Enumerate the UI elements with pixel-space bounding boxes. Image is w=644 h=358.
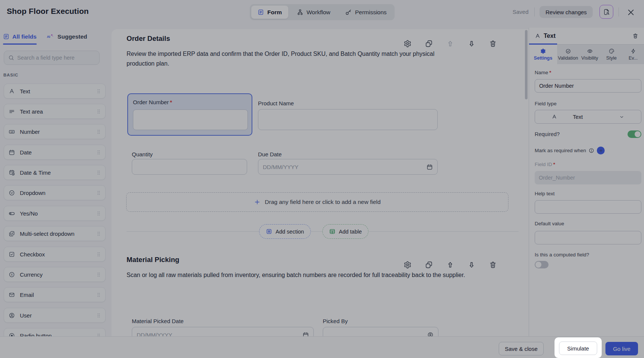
simulate-spotlight: Simulate [555, 337, 602, 358]
tour-dim-overlay [0, 0, 644, 358]
app-window: Shop Floor Execution Form Workflow Permi… [0, 0, 644, 358]
simulate-button[interactable]: Simulate [559, 342, 597, 355]
